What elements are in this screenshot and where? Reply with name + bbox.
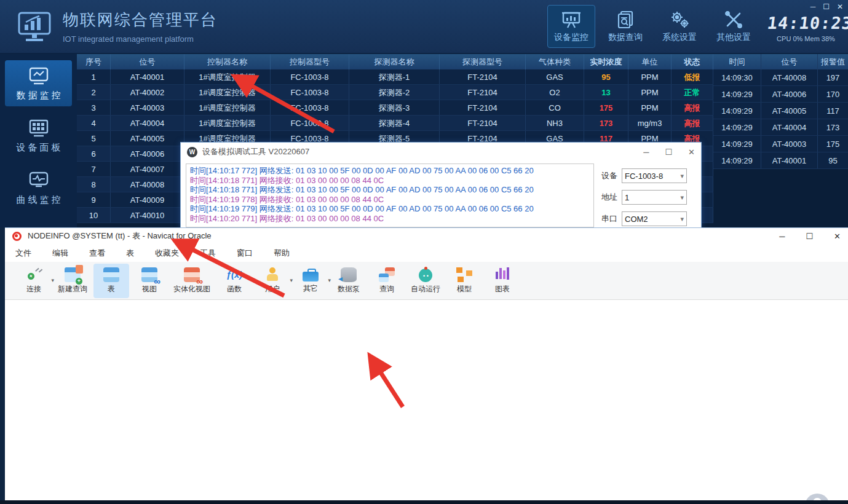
table-row[interactable]: 3AT-400031#调度室控制器FC-1003-8探测器-3FT-2104CO… [77,100,713,116]
digital-clock: 14:10:23 [766,14,846,33]
toolbar-others-toolbox[interactable]: 其它▾ [293,264,328,298]
toolbar-user[interactable]: 用户▾ [255,264,290,298]
alarm-panel: 时间位号报警值 14:09:30AT-4000819714:09:29AT-40… [713,54,848,227]
alarm-row[interactable]: 14:09:29AT-40003175 [713,136,848,152]
sidebar-item-data-monitor[interactable]: 数据监控 [5,60,72,106]
nav-device-monitor[interactable]: 设备监控 [547,5,595,48]
data-monitor-icon [27,66,50,86]
toolbar-data-pump[interactable]: 数据泵 [331,264,367,298]
user-icon [264,267,280,282]
navicat-titlebar[interactable]: NODEINFO @SYSTEM (tt) - 表 - Navicat for … [5,228,848,244]
minimize-icon[interactable]: ─ [643,148,649,157]
nav-label: 设备监控 [554,32,588,43]
alarm-row[interactable]: 14:09:29AT-40005117 [713,103,848,119]
toolbar-query[interactable]: 查询 [369,264,405,298]
dialog-title: 设备模拟调试工具 V20220607 [202,146,309,157]
new-query-icon [65,267,81,282]
sidebar-item-device-panel[interactable]: 设备面板 [5,112,72,159]
device-field: 设备 FC-1003-8 [601,168,687,183]
alarm-row[interactable]: 14:09:29AT-40006170 [713,86,848,103]
menu-文件[interactable]: 文件 [5,248,42,259]
curve-monitor-icon [27,171,50,191]
screen-bottom-edge [0,500,848,504]
maximize-icon[interactable]: ☐ [665,148,672,157]
serial-port-select[interactable]: COM2 [622,211,687,226]
minimize-icon[interactable]: ─ [779,232,785,241]
column-header[interactable]: 气体种类 [526,54,584,69]
menu-编辑[interactable]: 编辑 [42,248,79,259]
log-line: 时间[14:10:19 778] 网络接收: 01 03 00 00 00 08… [190,195,590,205]
cpu-mem-status: CPU 0% Mem 38% [767,35,844,42]
connect-plug-icon [26,267,42,282]
navicat-title: NODEINFO @SYSTEM (tt) - 表 - Navicat for … [28,230,212,242]
toolbar-view[interactable]: 视图 [132,264,167,298]
navicat-window: NODEINFO @SYSTEM (tt) - 表 - Navicat for … [5,227,848,504]
menu-窗口[interactable]: 窗口 [226,248,263,259]
device-label: 设备 [601,170,617,181]
maximize-icon[interactable]: ☐ [823,2,830,11]
table-row[interactable]: 2AT-400021#调度室控制器FC-1003-8探测器-2FT-2104O2… [77,85,713,100]
toolbar-automation-robot[interactable]: 自动运行 [407,264,444,298]
column-header[interactable]: 位号 [111,54,184,69]
serial-port-field: 串口 COM2 [601,211,687,226]
toolbar-function[interactable]: ƒ(x)函数 [216,264,252,298]
log-line: 时间[14:10:19 779] 网络发送: 01 03 10 00 5F 00… [190,204,590,214]
device-monitor-icon [561,10,582,29]
alarm-row[interactable]: 14:09:29AT-40004173 [713,119,848,136]
close-icon[interactable]: ✕ [837,2,843,11]
menu-工具[interactable]: 工具 [189,248,226,259]
alarm-row[interactable]: 14:09:29AT-4000195 [713,152,848,169]
sidebar-item-label: 数据监控 [14,90,63,101]
column-header[interactable]: 探测器型号 [440,54,526,69]
iot-top-nav: 设备监控 数据查询 [547,5,758,48]
column-header[interactable]: 控制器名称 [184,54,271,69]
menu-查看[interactable]: 查看 [79,248,116,259]
minimize-icon[interactable]: ─ [810,2,816,11]
toolbar-materialized-view[interactable]: 实体化视图 [170,264,214,298]
toolbar-new-query[interactable]: 新建查询 [54,264,91,298]
dialog-window-controls: ─ ☐ ✕ [643,148,695,157]
nav-system-settings[interactable]: 系统设置 [656,5,703,48]
sidebar-item-curve-monitor[interactable]: 曲线监控 [5,165,72,211]
column-header[interactable]: 探测器名称 [349,54,440,69]
alarm-row[interactable]: 14:09:30AT-40008197 [713,69,848,86]
menu-收藏夹[interactable]: 收藏夹 [145,248,189,259]
nav-other-settings[interactable]: 其他设置 [710,5,758,48]
menu-表[interactable]: 表 [116,248,145,259]
toolbar-chart[interactable]: 图表 [485,264,520,298]
column-header[interactable]: 控制器型号 [271,54,349,69]
model-icon [456,267,472,282]
menu-帮助[interactable]: 帮助 [263,248,300,259]
close-icon[interactable]: ✕ [688,148,695,157]
log-line: 时间[14:10:18 771] 网络接收: 01 03 00 00 00 08… [190,176,590,186]
network-log[interactable]: 时间[14:10:17 772] 网络发送: 01 03 10 00 5F 00… [186,163,594,227]
column-header[interactable]: 位号 [761,54,818,69]
table-row[interactable]: 1AT-400011#调度室控制器FC-1003-8探测器-1FT-2104GA… [77,69,713,85]
table-row[interactable]: 4AT-400041#调度室控制器FC-1003-8探测器-4FT-2104NH… [77,116,713,131]
system-settings-icon [669,10,690,29]
column-header[interactable]: 时间 [713,54,761,69]
column-header[interactable]: 序号 [77,54,111,69]
iot-header: 物联网综合管理平台 IOT integrated management plat… [0,0,848,54]
column-header[interactable]: 实时浓度 [584,54,628,69]
toolbar-model[interactable]: 模型 [446,264,482,298]
device-sim-dialog: W 设备模拟调试工具 V20220607 ─ ☐ ✕ 时间[14:10:17 7… [180,142,702,229]
other-settings-icon [723,10,744,29]
toolbar-table[interactable]: 表 [93,264,129,298]
address-select[interactable]: 1 [622,190,687,205]
dialog-titlebar[interactable]: W 设备模拟调试工具 V20220607 ─ ☐ ✕ [181,143,701,161]
chart-icon [494,267,510,282]
serial-port-label: 串口 [601,213,617,224]
toolbar-connect-plug[interactable]: 连接▾ [16,264,52,298]
column-header[interactable]: 状态 [672,54,713,69]
maximize-icon[interactable]: ☐ [806,232,813,241]
nav-data-query[interactable]: 数据查询 [601,5,649,48]
column-header[interactable]: 单位 [628,54,672,69]
column-header[interactable]: 报警值 [818,54,848,69]
close-icon[interactable]: ✕ [834,232,841,241]
data-query-icon [615,10,636,29]
device-select[interactable]: FC-1003-8 [622,168,687,183]
device-panel-icon [27,119,50,138]
log-line: 时间[14:10:18 771] 网络发送: 01 03 10 00 5F 00… [190,185,590,195]
log-line: 时间[14:10:20 771] 网络接收: 01 03 00 00 00 08… [190,214,590,224]
